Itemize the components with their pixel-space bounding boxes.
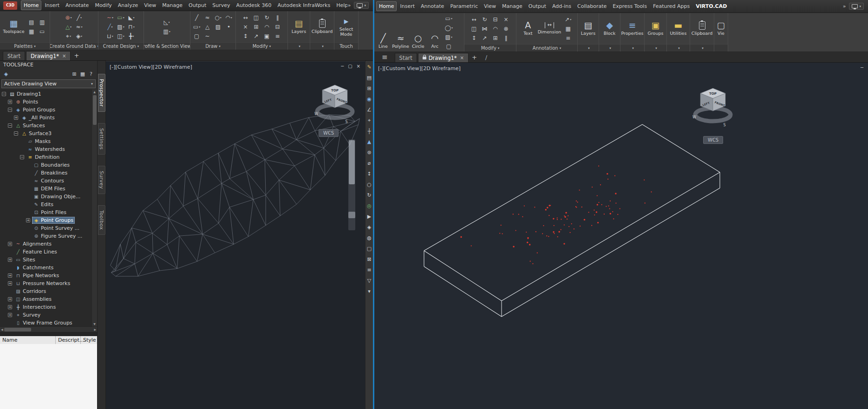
menu-overflow-chevron[interactable]: » (843, 3, 846, 9)
viewcube-top-label[interactable]: TOP (709, 92, 717, 96)
hatch-icon[interactable]: ▨▾ (444, 32, 454, 41)
orbit-icon[interactable]: ↻ (366, 192, 373, 199)
layer-icon[interactable]: ▤ (366, 74, 373, 81)
grid-column-style[interactable]: Style (81, 336, 97, 344)
surfaces-menu-icon[interactable]: △▾ (64, 22, 74, 31)
parcel-icon[interactable]: ▭▾ (116, 13, 126, 22)
text-style-icon[interactable]: ≡ (563, 33, 573, 42)
pressure-network-icon[interactable]: ⊔▾ (105, 32, 115, 40)
menu-item-manage[interactable]: Manage (159, 0, 185, 10)
viewport-label[interactable]: [-][Custom View][2D Wireframe] (110, 64, 192, 70)
scale-icon[interactable]: ↗ (251, 32, 261, 40)
offset-icon[interactable]: ∥ (501, 33, 511, 42)
tool-palettes-icon[interactable]: ▥ (37, 18, 47, 26)
expand-icon[interactable]: + (8, 305, 12, 309)
tree-item-point-groups[interactable]: −◈Point Groups (0, 106, 91, 114)
collapse-icon[interactable]: − (14, 131, 18, 136)
restore-button[interactable]: ▢ (348, 64, 352, 69)
hatch-icon[interactable]: ▨ (213, 22, 223, 31)
tree-item-sites[interactable]: +▭Sites (0, 256, 91, 264)
menu-item-autodesk-infraworks[interactable]: Autodesk InfraWorks (274, 0, 333, 10)
properties-palette-icon[interactable]: ▤ (26, 18, 37, 26)
compass-west-label[interactable]: W (692, 115, 696, 119)
array-icon[interactable]: ⊞ (490, 33, 501, 42)
explode-icon[interactable]: ≡ (273, 32, 283, 40)
expand-icon[interactable]: + (8, 273, 12, 278)
tree-item-pipe-networks[interactable]: +⊓Pipe Networks (0, 272, 91, 279)
panel-label-layers[interactable]: ▾ (578, 44, 599, 52)
explode-icon[interactable]: ⊗ (501, 24, 511, 33)
tree-item-intersections[interactable]: +╋Intersections (0, 303, 91, 311)
track-icon[interactable]: ⌖ (366, 117, 373, 124)
trim-icon[interactable]: ⊟ (490, 15, 501, 24)
rectangle-icon[interactable]: ▭▾ (444, 14, 454, 23)
expand-icon[interactable]: + (8, 100, 12, 104)
viewcube[interactable]: TOP LEFT FRONT W S (314, 82, 356, 124)
tree-item-points[interactable]: +⊕Points (0, 98, 91, 106)
point-icon[interactable]: • (224, 22, 234, 31)
circle-icon[interactable]: ○▾ (213, 13, 223, 22)
tree-item-assemblies[interactable]: +◫Assemblies (0, 295, 91, 303)
arc-button[interactable]: ◠Arc (427, 33, 443, 50)
offset-icon[interactable]: ∥ (273, 13, 283, 22)
traverse-icon[interactable]: ≈▾ (74, 22, 85, 31)
display-settings-button[interactable]: ▾ (849, 3, 864, 10)
region-icon[interactable]: ▢ (192, 32, 202, 40)
steering-wheel-icon[interactable]: ◎ (366, 202, 373, 209)
viewport-label[interactable]: [-][Custom View][2D Wireframe] (378, 65, 461, 71)
copy-icon[interactable]: ◫ (469, 24, 479, 33)
linework-icon[interactable]: ╱▾ (74, 13, 85, 22)
viewport-scrollbar[interactable] (348, 139, 355, 230)
units-icon[interactable]: ⌀ (366, 160, 373, 167)
panel-label-clipboard[interactable]: ▾ (690, 44, 714, 52)
panel-label-groups[interactable]: ▾ (645, 44, 666, 52)
polar-icon[interactable]: ∠ (366, 106, 373, 113)
dimension-button[interactable]: Dimension (537, 21, 562, 35)
lock-ui-icon[interactable]: ⊠ (366, 256, 373, 263)
tree-item-edits[interactable]: ✎Edits (0, 201, 91, 208)
tree-item-drawing1[interactable]: −▤Drawing1 (0, 90, 91, 98)
points-menu-icon[interactable]: ⊕▾ (64, 13, 74, 22)
pin-icon[interactable]: ◈ (2, 70, 10, 78)
doc-tab-drawing1[interactable]: Drawing1*× (26, 51, 71, 60)
scrollbar-thumb[interactable] (4, 328, 31, 331)
menu-item-insert[interactable]: Insert (42, 0, 62, 10)
doc-tab-start[interactable]: Start (3, 51, 25, 60)
zoom-icon[interactable]: ○ (366, 181, 373, 188)
rotate-icon[interactable]: ↻ (480, 15, 490, 24)
menu-item-annotate[interactable]: Annotate (63, 0, 91, 10)
menu-item-output[interactable]: Output (186, 0, 209, 10)
tree-item-surfaces[interactable]: −△Surfaces (0, 122, 91, 130)
menu-item-parametric[interactable]: Parametric (447, 1, 481, 11)
sheet-set-manager-icon[interactable]: ▦ (26, 27, 37, 36)
tree-item-figure-survey[interactable]: ⊛Figure Survey ... (0, 232, 91, 240)
tree-item-masks[interactable]: ▱Masks (0, 137, 91, 145)
panel-label-view[interactable] (714, 44, 728, 52)
menu-item-express-tools[interactable]: Express Tools (610, 1, 650, 11)
new-tab-button[interactable]: + (472, 54, 477, 61)
close-button[interactable]: × (357, 64, 360, 69)
menu-item-collaborate[interactable]: Collaborate (574, 1, 609, 11)
expand-icon[interactable]: + (8, 281, 12, 286)
tree-item-pressure-networks[interactable]: +⊔Pressure Networks (0, 279, 91, 287)
compass-south-label[interactable]: S (345, 120, 347, 124)
display-icon[interactable]: ≡ (366, 266, 373, 273)
viewcube-top-label[interactable]: TOP (331, 89, 339, 92)
menu-item-home[interactable]: Home (376, 1, 397, 11)
tree-item-corridors[interactable]: ▨Corridors (0, 287, 91, 295)
minimize-button[interactable]: ─ (861, 65, 863, 70)
snap3d-icon[interactable]: ◈ (366, 224, 373, 231)
grid-icon[interactable]: ⊞ (366, 85, 373, 92)
circle-button[interactable]: ○Circle (410, 33, 426, 50)
tree-item-dem-files[interactable]: ▦DEM Files (0, 185, 91, 193)
doc-tab-drawing1[interactable]: Drawing1*× (418, 53, 469, 62)
expand-icon[interactable]: + (8, 297, 12, 301)
pencil-icon[interactable]: ✎ (366, 64, 373, 71)
grid-column-descript[interactable]: Descript... (56, 336, 81, 344)
viewcube[interactable]: TOP LEFT FRONT W S (692, 85, 734, 128)
copy-icon[interactable]: ◫ (251, 13, 261, 22)
scrollbar-thumb[interactable] (349, 140, 355, 184)
spline-icon[interactable]: ~ (202, 32, 213, 40)
rectangle-icon[interactable]: ▭▾ (192, 22, 202, 31)
osnap-icon[interactable]: ◉ (366, 96, 373, 103)
